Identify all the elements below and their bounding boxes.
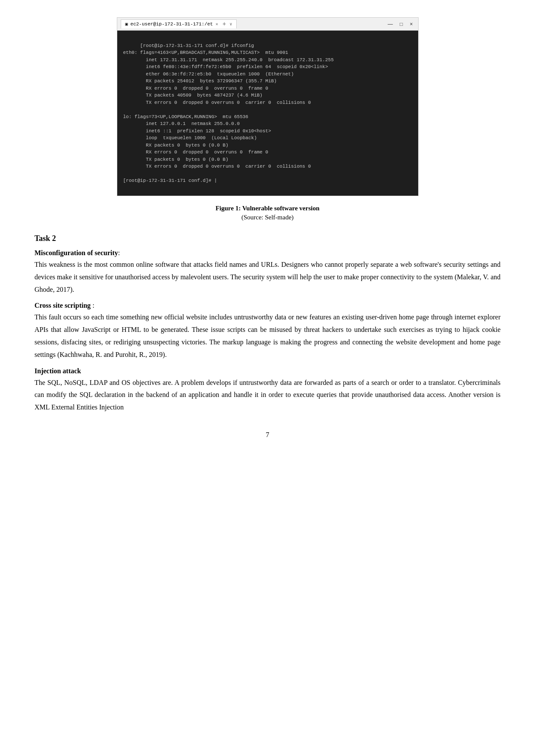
subsection-misconfiguration-colon: : [118,249,120,256]
subsection-injection-heading: Injection attack [34,367,81,375]
page-number: 7 [34,431,501,439]
tab-dropdown-icon[interactable]: ∨ [229,22,232,27]
subsection-misconfiguration: Misconfiguration of security: [34,249,501,257]
xss-paragraph: This fault occurs so each time something… [34,311,501,361]
tab-add-icon[interactable]: + [222,21,226,28]
injection-paragraph: The SQL, NoSQL, LDAP and OS objectives a… [34,377,501,414]
terminal-controls: — □ × [386,21,414,27]
page: ▣ ec2-user@ip-172-31-31-171:/et ✕ + ∨ — … [0,0,535,756]
terminal-content: [root@ip-172-31-31-171 conf.d]# ifconfig… [123,43,334,184]
task2-title: Task 2 [34,234,501,243]
subsection-misconfiguration-heading: Misconfiguration of security [34,249,118,256]
close-button[interactable]: × [408,21,414,27]
terminal-tab-icon: ▣ [125,22,128,27]
misconfiguration-paragraph: This weakness is the most common online … [34,259,501,296]
terminal-titlebar: ▣ ec2-user@ip-172-31-31-171:/et ✕ + ∨ — … [117,18,418,31]
subsection-xss: Cross site scripting : [34,302,501,309]
figure-caption: Figure 1: Vulnerable software version (S… [34,205,501,221]
figure-caption-source: (Source: Self-made) [34,214,501,221]
terminal-tab[interactable]: ▣ ec2-user@ip-172-31-31-171:/et ✕ + ∨ [121,19,237,28]
tab-close-icon[interactable]: ✕ [216,22,218,27]
maximize-button[interactable]: □ [398,21,404,27]
subsection-xss-heading: Cross site scripting [34,302,91,309]
minimize-button[interactable]: — [386,21,394,27]
terminal-tab-label: ec2-user@ip-172-31-31-171:/et [131,22,213,27]
figure-caption-title: Figure 1: Vulnerable software version [34,205,501,212]
terminal-body: [root@ip-172-31-31-171 conf.d]# ifconfig… [117,31,418,196]
subsection-injection: Injection attack [34,367,501,375]
terminal-window: ▣ ec2-user@ip-172-31-31-171:/et ✕ + ∨ — … [117,17,419,196]
subsection-xss-colon: : [91,302,94,309]
